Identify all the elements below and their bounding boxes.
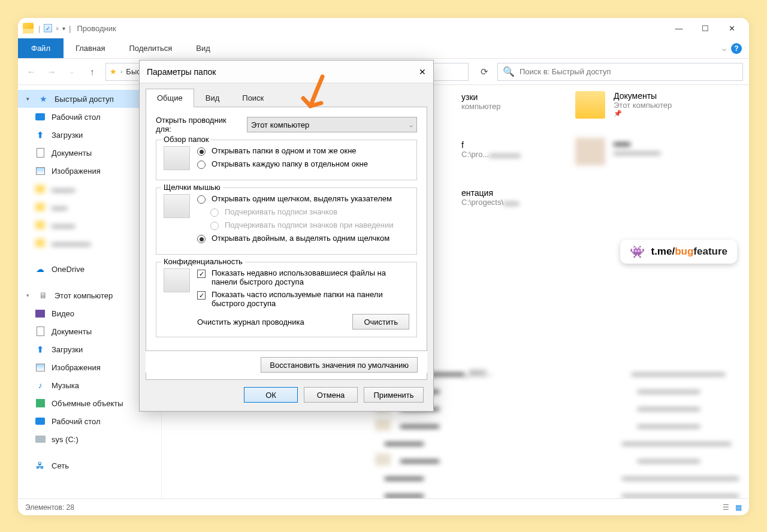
file-path: ▬▬▬▬▬▬▬▬ [638, 386, 700, 395]
sidebar-label: Этот компьютер [55, 291, 113, 300]
sidebar-item-network[interactable]: 🖧Сеть [18, 457, 161, 474]
dialog-titlebar: Параметры папок ✕ [140, 61, 433, 83]
file-path: ▬▬▬▬▬▬▬▬▬▬▬▬▬▬▬ [622, 490, 739, 499]
help-icon[interactable]: ? [731, 43, 742, 54]
qat-properties-icon[interactable]: ✓ [44, 24, 52, 32]
list-item[interactable]: ▬▬▬▬▬▬▬▬▬▬▬▬▬▬▬▬▬▬▬▬ [375, 471, 725, 483]
tab-view[interactable]: Вид [184, 38, 222, 58]
tab-share[interactable]: Поделиться [117, 38, 184, 58]
close-button[interactable]: ✕ [719, 20, 744, 37]
ribbon-tabs: Файл Главная Поделиться Вид ⌵ ? [18, 38, 749, 59]
objects-3d-icon [36, 399, 45, 407]
tab-view[interactable]: Вид [194, 89, 231, 107]
radio-label: Открывать каждую папку в отдельном окне [212, 159, 368, 168]
status-text: Элементов: 28 [25, 503, 74, 512]
file-name: ▬▬▬▬▬ [400, 421, 628, 430]
sidebar-label: OneDrive [52, 265, 84, 274]
badge-part2: feature [693, 246, 727, 257]
sidebar-item-sysc[interactable]: sys (C:) [18, 430, 161, 448]
apply-button[interactable]: Применить [364, 387, 424, 403]
radio-same-window[interactable]: Открывать папки в одном и том же окне [197, 146, 409, 156]
radio-single-click[interactable]: Открывать одним щелчком, выделять указат… [197, 194, 409, 204]
folder-icon [35, 185, 45, 193]
sidebar-label: ▬▬ [52, 202, 67, 211]
file-name: ▬▬▬▬▬ [385, 473, 612, 482]
sidebar-label: Музыка [52, 381, 79, 390]
nav-up-button[interactable]: ↑ [85, 66, 99, 77]
item-name: ▬▬ [614, 138, 660, 147]
clear-button[interactable]: Очистить [352, 314, 409, 330]
list-item[interactable]: ▬▬▬▬▬▬▬▬▬▬▬▬▬ [375, 419, 725, 431]
view-large-icon[interactable]: ▦ [735, 503, 742, 512]
item-name: Документы [614, 91, 672, 101]
star-icon: ★ [110, 67, 117, 76]
nav-back-button[interactable]: ← [24, 66, 38, 77]
search-box[interactable]: 🔍 [497, 63, 743, 81]
refresh-button[interactable]: ⟳ [477, 66, 491, 77]
badge-prefix: t.me/ [651, 246, 675, 257]
sidebar-label: sys (C:) [52, 435, 78, 444]
nav-forward-button[interactable]: → [44, 66, 59, 77]
qat-new-icon[interactable]: ▫ [56, 24, 59, 33]
search-input[interactable] [520, 67, 738, 76]
list-item[interactable]: ▬▬▬▬▬▬▬▬▬▬▬▬▬ [375, 454, 725, 466]
maximize-button[interactable]: ☐ [693, 20, 718, 37]
group-legend: Конфиденциальность [161, 257, 245, 266]
sidebar-label: Изображения [52, 363, 101, 372]
minimize-button[interactable]: — [666, 20, 691, 37]
view-details-icon[interactable]: ☰ [723, 503, 729, 512]
folder-item[interactable]: ентацияC:\progects\▬▬ [461, 188, 629, 207]
radio-icon [210, 222, 219, 230]
radio-icon [197, 161, 206, 169]
checkbox-recent-files[interactable]: Показать недавно использовавшиеся файлы … [197, 268, 409, 286]
restore-defaults-button[interactable]: Восстановить значения по умолчанию [261, 357, 418, 373]
checkbox-label: Показать недавно использовавшиеся файлы … [212, 268, 409, 286]
item-subtitle: ▬▬▬▬▬▬ [614, 147, 660, 156]
privacy-preview-icon [164, 268, 190, 292]
group-legend: Щелчки мышью [161, 183, 223, 192]
sidebar-item-desktop2[interactable]: Рабочий стол [18, 412, 161, 430]
ok-button[interactable]: ОК [244, 387, 298, 403]
radio-new-window[interactable]: Открывать каждую папку в отдельном окне [197, 159, 409, 169]
folder-item-documents[interactable]: ДокументыЭтот компьютер📌 [575, 91, 743, 119]
folder-icon [35, 203, 45, 211]
radio-icon [197, 235, 206, 243]
radio-label: Открывать двойным, а выделять одним щелч… [212, 234, 389, 243]
checkbox-label: Показать часто используемые папки на пан… [212, 290, 409, 308]
sidebar-label: Рабочий стол [52, 113, 101, 122]
checkbox-icon [197, 291, 206, 300]
sidebar-label: Загрузки [52, 345, 83, 354]
qat-dropdown-icon[interactable]: ▾ [62, 25, 65, 32]
desktop-icon [35, 418, 45, 425]
checkbox-frequent-folders[interactable]: Показать часто используемые папки на пан… [197, 290, 409, 308]
file-icon [375, 454, 391, 466]
item-path: C:\progects\ [461, 198, 503, 207]
radio-underline-hover: Подчеркивать подписи значков при наведен… [197, 220, 409, 230]
sidebar-label: ▬▬▬ [52, 185, 75, 194]
radio-underline-always: Подчеркивать подписи значков [197, 207, 409, 217]
sidebar-label: ▬▬▬▬▬ [52, 238, 90, 247]
tab-search[interactable]: Поиск [231, 89, 275, 107]
music-icon: ♪ [35, 380, 46, 391]
radio-double-click[interactable]: Открывать двойным, а выделять одним щелч… [197, 234, 409, 243]
folder-options-dialog: Параметры папок ✕ Общие Вид Поиск Открыт… [139, 60, 434, 412]
chevron-down-icon: ▾ [26, 292, 29, 298]
folder-item[interactable]: ▬▬▬▬▬▬▬▬ [575, 138, 743, 165]
dialog-tabs: Общие Вид Поиск [146, 88, 427, 107]
cancel-button[interactable]: Отмена [304, 387, 358, 403]
dialog-close-button[interactable]: ✕ [419, 67, 426, 77]
window-title: Проводник [77, 24, 116, 33]
pin-icon: 📌 [614, 110, 672, 117]
list-item[interactable]: ▬▬▬▬▬▬▬▬▬▬▬▬▬▬▬▬▬▬▬ [375, 436, 725, 448]
file-path: ▬▬▬▬▬▬▬▬ [638, 455, 700, 464]
tab-file[interactable]: Файл [18, 38, 64, 58]
ribbon-collapse-icon[interactable]: ⌵ [722, 44, 726, 53]
dialog-footer: ОК Отмена Применить [140, 380, 433, 411]
folder-app-icon [23, 23, 34, 34]
tab-home[interactable]: Главная [64, 38, 117, 58]
dialog-title: Параметры папок [147, 67, 216, 77]
tab-general[interactable]: Общие [146, 89, 194, 107]
nav-recent-dropdown[interactable]: ⌵ [65, 68, 79, 75]
file-name: ▬▬▬▬▬ [385, 438, 612, 447]
watermark-badge: 👾 t.me/bugfeature [620, 240, 737, 264]
